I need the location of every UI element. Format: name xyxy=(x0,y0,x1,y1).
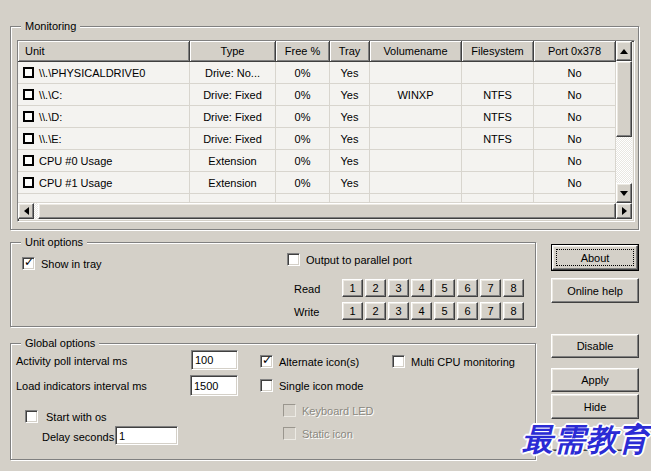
volume-cell xyxy=(370,172,462,194)
write-port-button-4[interactable]: 4 xyxy=(411,302,432,320)
load-indicators-input[interactable] xyxy=(190,375,238,396)
row-checkbox[interactable] xyxy=(23,89,34,100)
start-with-os-label: Start with os xyxy=(46,411,107,424)
port-cell: No xyxy=(534,62,616,84)
scroll-down-icon xyxy=(620,191,628,196)
column-header-port[interactable]: Port 0x378 xyxy=(534,41,616,62)
type-cell: Extension xyxy=(190,150,276,172)
keyboard-led-checkbox xyxy=(283,404,296,417)
load-indicators-label: Load indicators interval ms xyxy=(16,380,147,393)
disable-button[interactable]: Disable xyxy=(551,334,639,358)
output-parallel-port-label: Output to parallel port xyxy=(306,254,412,267)
column-header-filesystem[interactable]: Filesystem xyxy=(462,41,534,62)
column-header-type[interactable]: Type xyxy=(190,41,276,62)
write-port-button-1[interactable]: 1 xyxy=(342,302,363,320)
read-port-button-6[interactable]: 6 xyxy=(457,279,478,297)
read-port-button-7[interactable]: 7 xyxy=(480,279,501,297)
free-cell: 0% xyxy=(276,84,330,106)
write-label: Write xyxy=(294,306,319,319)
apply-button-label: Apply xyxy=(581,374,609,386)
write-port-button-2[interactable]: 2 xyxy=(365,302,386,320)
focus-rect xyxy=(556,249,634,266)
row-checkbox[interactable] xyxy=(23,177,34,188)
row-checkbox[interactable] xyxy=(23,133,34,144)
column-header-unit[interactable]: Unit xyxy=(18,41,190,62)
row-checkbox[interactable] xyxy=(23,155,34,166)
scroll-up-button[interactable] xyxy=(616,41,632,61)
scroll-left-button[interactable] xyxy=(18,203,34,219)
table-row[interactable]: \\.\E: Drive: Fixed 0% Yes NTFS No xyxy=(18,128,616,150)
free-cell: 0% xyxy=(276,106,330,128)
read-port-button-1[interactable]: 1 xyxy=(342,279,363,297)
tray-cell: Yes xyxy=(330,128,370,150)
write-port-button-5[interactable]: 5 xyxy=(434,302,455,320)
read-port-buttons: 1 2 3 4 5 6 7 8 xyxy=(342,279,524,297)
apply-button[interactable]: Apply xyxy=(551,368,639,392)
activity-poll-label: Activity poll interval ms xyxy=(16,355,127,368)
scroll-left-icon xyxy=(24,207,29,215)
tray-cell: Yes xyxy=(330,62,370,84)
table-row[interactable]: CPU #1 Usage Extension 0% Yes No xyxy=(18,172,616,194)
monitoring-table: Unit Type Free % Tray Volumename Filesys… xyxy=(17,40,635,222)
row-checkbox[interactable] xyxy=(23,67,34,78)
read-label: Read xyxy=(294,283,320,296)
delay-seconds-label: Delay seconds xyxy=(42,431,114,444)
multi-cpu-label: Multi CPU monitoring xyxy=(411,356,515,369)
table-row[interactable]: \\.\C: Drive: Fixed 0% Yes WINXP NTFS No xyxy=(18,84,616,106)
unit-cell: CPU #0 Usage xyxy=(39,155,112,167)
static-icon-checkbox xyxy=(283,427,296,440)
type-cell: Drive: Fixed xyxy=(190,128,276,150)
volume-cell xyxy=(370,106,462,128)
table-row[interactable]: CPU #0 Usage Extension 0% Yes No xyxy=(18,150,616,172)
free-cell: 0% xyxy=(276,172,330,194)
disable-button-label: Disable xyxy=(577,340,614,352)
scroll-right-button[interactable] xyxy=(616,203,632,219)
write-port-button-7[interactable]: 7 xyxy=(480,302,501,320)
read-port-button-4[interactable]: 4 xyxy=(411,279,432,297)
show-in-tray-label: Show in tray xyxy=(41,258,102,271)
unit-cell: \\.\D: xyxy=(39,111,62,123)
write-port-button-6[interactable]: 6 xyxy=(457,302,478,320)
global-options-label: Global options xyxy=(21,337,99,350)
table-row[interactable]: \\.\PHYSICALDRIVE0 Drive: No... 0% Yes N… xyxy=(18,62,616,84)
scroll-up-icon xyxy=(620,49,628,54)
read-port-button-2[interactable]: 2 xyxy=(365,279,386,297)
output-parallel-port-checkbox[interactable] xyxy=(287,253,300,266)
delay-seconds-input[interactable] xyxy=(115,426,178,445)
column-header-free[interactable]: Free % xyxy=(276,41,330,62)
volume-cell xyxy=(370,62,462,84)
column-header-tray[interactable]: Tray xyxy=(330,41,370,62)
multi-cpu-checkbox[interactable] xyxy=(392,355,405,368)
type-cell: Extension xyxy=(190,172,276,194)
single-icon-mode-checkbox[interactable] xyxy=(260,379,273,392)
alternate-icons-checkbox[interactable] xyxy=(260,355,273,368)
keyboard-led-label: Keyboard LED xyxy=(302,405,374,418)
unit-cell: \\.\PHYSICALDRIVE0 xyxy=(39,67,145,79)
table-row[interactable]: \\.\D: Drive: Fixed 0% Yes NTFS No xyxy=(18,106,616,128)
read-port-button-5[interactable]: 5 xyxy=(434,279,455,297)
online-help-button[interactable]: Online help xyxy=(551,278,639,303)
write-port-button-8[interactable]: 8 xyxy=(503,302,524,320)
column-header-volumename[interactable]: Volumename xyxy=(370,41,462,62)
write-port-button-3[interactable]: 3 xyxy=(388,302,409,320)
activity-poll-input[interactable] xyxy=(191,350,238,370)
row-checkbox[interactable] xyxy=(23,111,34,122)
about-button[interactable]: About xyxy=(552,245,638,270)
read-port-button-3[interactable]: 3 xyxy=(388,279,409,297)
filesystem-cell: NTFS xyxy=(462,106,534,128)
table-filler-row xyxy=(18,194,616,203)
scroll-right-icon xyxy=(622,207,627,215)
write-port-buttons: 1 2 3 4 5 6 7 8 xyxy=(342,302,524,320)
hide-button[interactable]: Hide xyxy=(551,394,639,419)
vscroll-thumb[interactable] xyxy=(616,61,632,137)
unit-cell: CPU #1 Usage xyxy=(39,177,112,189)
show-in-tray-checkbox[interactable] xyxy=(22,257,35,270)
watermark-text: 最需教育 xyxy=(500,419,650,463)
vertical-scrollbar xyxy=(616,41,632,203)
read-port-button-8[interactable]: 8 xyxy=(503,279,524,297)
scroll-down-button[interactable] xyxy=(616,183,632,203)
hscroll-thumb[interactable] xyxy=(38,203,616,219)
volume-cell: WINXP xyxy=(370,84,462,106)
start-with-os-checkbox[interactable] xyxy=(25,410,38,423)
filesystem-cell xyxy=(462,62,534,84)
